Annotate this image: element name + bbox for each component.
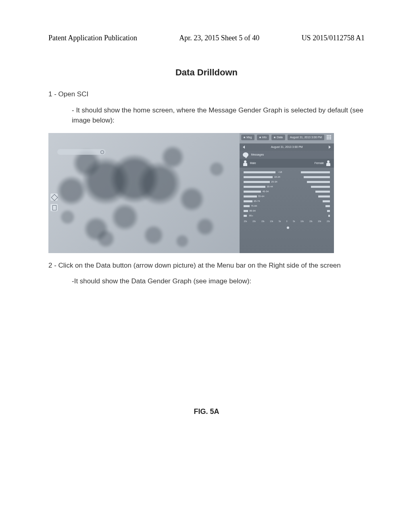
topbar-data-button[interactable]: Data — [271, 135, 285, 141]
step-2-body: -It should show the Data Gender Graph (s… — [48, 276, 365, 287]
bar-female — [325, 205, 330, 207]
bar-female — [328, 215, 330, 217]
chart-bar-row: <18 — [244, 170, 330, 175]
gender-pyramid-chart: <1818-2425-3435-4445-5455-6465-7475-8485… — [240, 168, 334, 220]
right-sidebar: August 31, 2013 3:00 PM Messages Male Fe… — [240, 143, 334, 253]
bar-age-label: 55-64 — [257, 195, 266, 198]
chart-bar-row: 25-34 — [244, 180, 330, 184]
heatmap-map[interactable] — [48, 133, 240, 253]
bar-age-label: 85-94 — [248, 209, 257, 213]
bar-male — [244, 215, 246, 217]
chart-bar-row: 65-74 — [244, 199, 330, 204]
bar-female — [318, 195, 330, 197]
chart-indicator-dot — [240, 224, 334, 232]
apps-grid-icon[interactable] — [327, 135, 332, 140]
bar-male — [244, 205, 249, 207]
app-screenshot: SAP Msg Info Data August 31, 2013 3:00 P… — [48, 133, 334, 253]
chart-bar-row: 45-54 — [244, 189, 330, 194]
axis-tick: 15k — [261, 220, 265, 223]
bar-male — [244, 195, 257, 197]
map-layers-icon[interactable] — [50, 204, 58, 211]
axis-tick: 20k — [252, 220, 256, 223]
chart-bar-row: 18-24 — [244, 175, 330, 179]
axis-tick: 25k — [327, 220, 330, 223]
topbar-data-label: Data — [277, 135, 283, 140]
bar-age-label: 25-34 — [270, 180, 279, 184]
figure-label: FIG. 5A — [48, 407, 365, 416]
section-title: Data Drilldown — [48, 67, 365, 78]
header-center: Apr. 23, 2015 Sheet 5 of 40 — [179, 34, 259, 42]
map-search-input[interactable] — [57, 149, 106, 155]
sidebar-messages-label: Messages — [251, 153, 264, 157]
chart-bar-row: 85-94 — [244, 209, 330, 213]
female-icon — [326, 160, 331, 166]
bar-female — [301, 171, 330, 173]
bar-male — [244, 200, 252, 202]
topbar-msg-button[interactable]: Msg — [241, 135, 254, 141]
step-2-heading: 2 - Click on the Data button (arrow down… — [48, 260, 365, 271]
axis-tick: 25k — [244, 220, 247, 223]
axis-tick: 0 — [286, 220, 288, 223]
bar-age-label: 95+ — [247, 214, 256, 218]
map-tool-panel — [50, 193, 58, 211]
bar-age-label: 18-24 — [273, 175, 282, 179]
axis-tick: 20k — [318, 220, 321, 223]
sidebar-date-row[interactable]: August 31, 2013 3:00 PM — [240, 143, 334, 151]
map-nav-icon[interactable] — [50, 193, 58, 201]
bar-age-label: 65-74 — [252, 200, 261, 203]
gender-female-label: Female — [315, 161, 324, 166]
bar-female — [304, 176, 330, 178]
sidebar-gender-row[interactable]: Male Female — [240, 159, 334, 168]
header-right: US 2015/0112758 A1 — [302, 34, 365, 42]
bar-female — [323, 200, 330, 202]
header-left: Patent Application Publication — [48, 34, 137, 42]
male-icon — [243, 160, 248, 166]
chart-bar-row: 55-64 — [244, 194, 330, 199]
messages-icon — [243, 152, 248, 157]
step-1-body: - It should show the home screen, where … — [48, 105, 365, 126]
topbar-info-label: Info — [262, 135, 267, 140]
bar-male — [244, 181, 270, 183]
axis-tick: 10k — [270, 220, 273, 223]
axis-tick: 5k — [293, 220, 295, 223]
page-header: Patent Application Publication Apr. 23, … — [48, 34, 365, 42]
bar-female — [307, 181, 330, 183]
bar-male — [244, 210, 248, 212]
date-next-icon[interactable] — [329, 145, 331, 149]
step-1-heading: 1 - Open SCI — [48, 89, 365, 100]
date-prev-icon[interactable] — [243, 145, 245, 149]
bar-age-label: 75-84 — [250, 204, 259, 208]
axis-tick: 10k — [300, 220, 304, 223]
bar-age-label: 35-44 — [265, 185, 274, 189]
topbar-info-button[interactable]: Info — [257, 135, 269, 141]
sidebar-messages-row[interactable]: Messages — [240, 151, 334, 159]
bar-female — [327, 210, 330, 212]
bar-male — [244, 171, 275, 173]
bar-male — [244, 186, 265, 188]
axis-tick: 5k — [279, 220, 281, 223]
topbar-date: August 31, 2013 3:00 PM — [288, 135, 324, 141]
chart-bar-row: 35-44 — [244, 185, 330, 189]
bar-female — [315, 191, 330, 193]
chart-bar-row: 75-84 — [244, 204, 330, 208]
chart-x-axis: 25k20k15k10k5k05k10k15k20k25k — [240, 220, 334, 224]
chart-bar-row: 95+ — [244, 214, 330, 218]
bar-age-label: 45-54 — [261, 190, 270, 193]
bar-age-label: <18 — [275, 170, 284, 174]
bar-female — [311, 186, 330, 188]
gender-male-label: Male — [250, 161, 256, 166]
axis-tick: 15k — [309, 220, 313, 223]
topbar-msg-label: Msg — [246, 135, 252, 140]
sidebar-date-label: August 31, 2013 3:00 PM — [271, 145, 303, 150]
bar-male — [244, 191, 261, 193]
bar-male — [244, 176, 273, 178]
